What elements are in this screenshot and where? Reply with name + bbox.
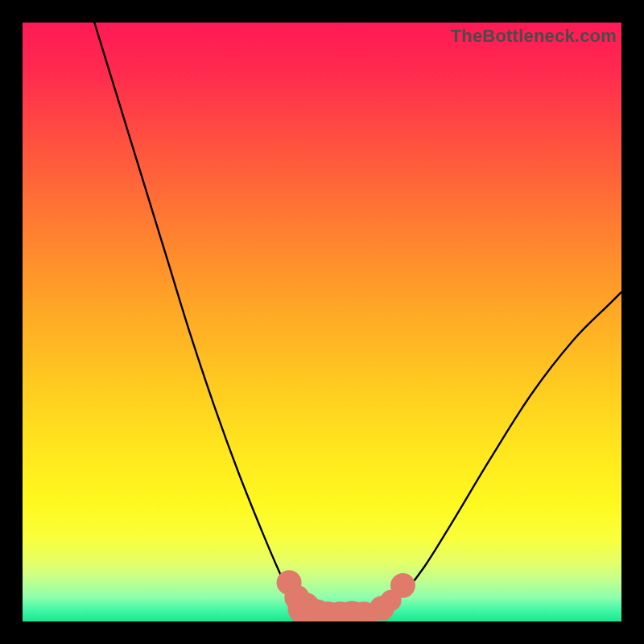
plot-area: TheBottleneck.com [23, 23, 621, 621]
chart-overlay [23, 23, 621, 621]
marker-dot [390, 573, 415, 598]
bottleneck-curve [94, 23, 621, 621]
curve-group [94, 23, 621, 621]
marker-group [277, 570, 415, 621]
chart-stage: TheBottleneck.com [0, 0, 644, 644]
